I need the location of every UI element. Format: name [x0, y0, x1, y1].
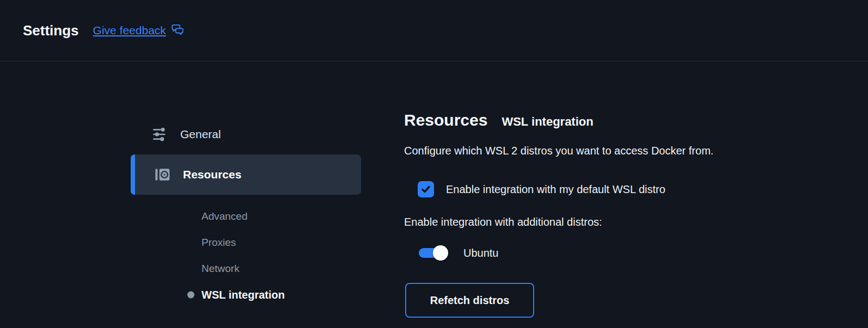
page-title: Settings [23, 22, 79, 39]
sub-item-label: Advanced [201, 211, 248, 222]
distro-name-label: Ubuntu [463, 247, 499, 259]
resources-sub-nav: Advanced Proxies Network WSL integration [131, 203, 361, 308]
sub-item-label: WSL integration [201, 289, 285, 301]
give-feedback-label: Give feedback [93, 24, 166, 37]
default-distro-checkbox-label: Enable integration with my default WSL d… [446, 183, 665, 196]
panel-description: Configure which WSL 2 distros you want t… [404, 143, 868, 158]
sub-item-network[interactable]: Network [201, 256, 361, 282]
ubuntu-toggle[interactable] [418, 245, 448, 261]
give-feedback-link[interactable]: Give feedback [93, 22, 185, 39]
storage-icon [154, 166, 171, 183]
tune-icon [151, 126, 168, 143]
settings-header: Settings Give feedback [0, 0, 868, 61]
additional-distros-label: Enable integration with additional distr… [404, 216, 868, 228]
distro-toggle-row: Ubuntu [404, 245, 868, 261]
active-bullet-icon [187, 292, 194, 299]
feedback-chat-icon [170, 22, 185, 39]
refetch-distros-button[interactable]: Refetch distros [405, 283, 534, 318]
settings-content: General Resources Advanced [0, 61, 868, 327]
default-distro-checkbox[interactable] [418, 181, 434, 197]
sub-item-label: Network [201, 263, 240, 275]
sidebar-item-general[interactable]: General [131, 117, 361, 151]
panel-title: Resources [404, 110, 487, 130]
panel-subtitle: WSL integration [502, 115, 593, 129]
sub-item-wsl-integration[interactable]: WSL integration [201, 282, 361, 308]
wsl-integration-panel: Resources WSL integration Configure whic… [361, 61, 868, 327]
selected-indicator-bar [131, 154, 135, 195]
default-distro-row: Enable integration with my default WSL d… [404, 180, 868, 199]
sub-item-label: Proxies [201, 237, 236, 249]
settings-sidebar: General Resources Advanced [0, 61, 361, 327]
panel-title-row: Resources WSL integration [404, 110, 868, 130]
sub-item-advanced[interactable]: Advanced [201, 203, 361, 230]
sub-item-proxies[interactable]: Proxies [201, 230, 361, 256]
toggle-knob [433, 245, 448, 261]
settings-nav: General Resources Advanced [131, 117, 361, 308]
sidebar-item-label: General [180, 128, 221, 141]
sidebar-item-label: Resources [183, 168, 241, 181]
sidebar-item-resources[interactable]: Resources [131, 154, 361, 195]
